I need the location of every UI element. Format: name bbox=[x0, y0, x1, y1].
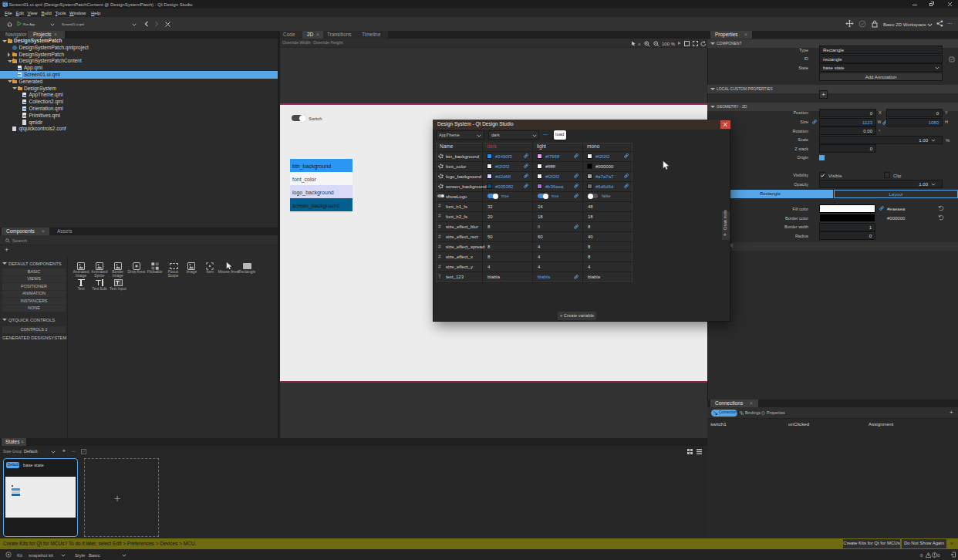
svg-text:QS: QS bbox=[3, 2, 8, 7]
